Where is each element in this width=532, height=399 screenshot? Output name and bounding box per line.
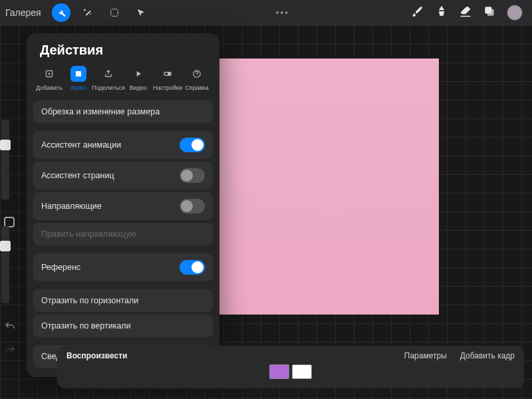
row-drawing-guide[interactable]: Направляющие	[33, 192, 213, 220]
slider-thumb[interactable]	[0, 241, 11, 251]
row-label: Ассистент анимации	[41, 140, 121, 150]
eraser-icon[interactable]	[459, 5, 472, 21]
row-reference[interactable]: Референс	[33, 253, 213, 281]
row-flip-horizontal[interactable]: Отразить по горизонтали	[33, 289, 213, 312]
brush-icon[interactable]	[411, 5, 424, 21]
undo-icon[interactable]	[4, 321, 20, 335]
share-icon	[100, 66, 116, 82]
svg-point-5	[168, 72, 171, 75]
top-toolbar: Галерея •••	[0, 0, 532, 25]
frame-thumbnail[interactable]	[292, 364, 312, 379]
toolbar-right	[411, 5, 523, 21]
toggle-animation-assist[interactable]	[180, 138, 205, 152]
redo-icon[interactable]	[4, 344, 20, 359]
tab-label: Поделиться	[92, 84, 125, 91]
add-frame-button[interactable]: Добавить кадр	[460, 351, 515, 360]
tab-canvas[interactable]: Холст	[64, 66, 93, 91]
tab-label: Видео	[130, 84, 147, 91]
row-label: Обрезка и изменение размера	[41, 107, 160, 116]
color-swatch[interactable]	[507, 5, 523, 21]
tab-add[interactable]: Добавить	[35, 66, 64, 91]
actions-panel: Действия Добавить Холст Поделиться Видео…	[27, 33, 219, 377]
frame-strip	[66, 364, 515, 379]
cursor-icon[interactable]	[132, 3, 150, 22]
selection-icon[interactable]	[105, 3, 124, 22]
undo-redo-group	[4, 321, 20, 359]
brush-opacity-slider[interactable]	[1, 226, 9, 303]
tab-label: Добавить	[36, 84, 63, 91]
layers-icon[interactable]	[483, 5, 496, 21]
tab-prefs[interactable]: Настройки	[153, 66, 182, 91]
tab-share[interactable]: Поделиться	[93, 66, 124, 91]
add-icon	[41, 66, 57, 82]
panel-tabs: Добавить Холст Поделиться Видео Настройк…	[33, 66, 213, 98]
row-flip-vertical[interactable]: Отразить по вертикали	[33, 315, 213, 337]
canvas-icon	[70, 66, 86, 82]
row-edit-guide: Править направляющую	[33, 223, 213, 245]
tab-help[interactable]: Справка	[182, 66, 211, 91]
tab-label: Настройки	[153, 84, 182, 91]
row-label: Референс	[41, 263, 80, 272]
toggle-page-assist[interactable]	[180, 168, 205, 183]
row-crop-resize[interactable]: Обрезка и изменение размера	[33, 100, 213, 123]
play-icon	[130, 66, 146, 82]
svg-rect-3	[76, 71, 81, 76]
svg-rect-1	[487, 9, 494, 16]
frame-thumbnail[interactable]	[269, 364, 289, 379]
row-label: Отразить по горизонтали	[41, 296, 138, 305]
panel-title: Действия	[40, 43, 209, 58]
brush-size-slider[interactable]	[1, 120, 9, 200]
help-icon	[189, 66, 205, 82]
tab-label: Холст	[70, 84, 87, 91]
tab-label: Справка	[185, 84, 208, 91]
toggle-icon	[160, 66, 176, 82]
row-page-assist[interactable]: Ассистент страниц	[33, 162, 213, 190]
gallery-button[interactable]: Галерея	[5, 7, 41, 18]
play-button[interactable]: Воспроизвести	[66, 351, 127, 360]
smudge-icon[interactable]	[435, 5, 448, 21]
toolbar-center: •••	[154, 7, 411, 18]
animation-bar: Воспроизвести Параметры Добавить кадр	[57, 346, 524, 388]
tab-video[interactable]: Видео	[124, 66, 153, 91]
row-animation-assist[interactable]: Ассистент анимации	[33, 131, 213, 159]
toggle-reference[interactable]	[180, 260, 205, 275]
wrench-icon[interactable]	[52, 3, 70, 22]
row-label: Отразить по вертикали	[41, 321, 131, 331]
row-label: Направляющие	[41, 201, 102, 211]
modify-dots-icon[interactable]: •••	[275, 7, 289, 18]
row-label: Ассистент страниц	[41, 171, 114, 180]
canvas[interactable]	[219, 59, 439, 315]
frame-options-button[interactable]: Параметры	[404, 351, 447, 360]
slider-thumb[interactable]	[0, 140, 11, 150]
wand-icon[interactable]	[78, 3, 97, 22]
toggle-drawing-guide[interactable]	[180, 199, 205, 213]
row-label: Править направляющую	[41, 229, 136, 239]
